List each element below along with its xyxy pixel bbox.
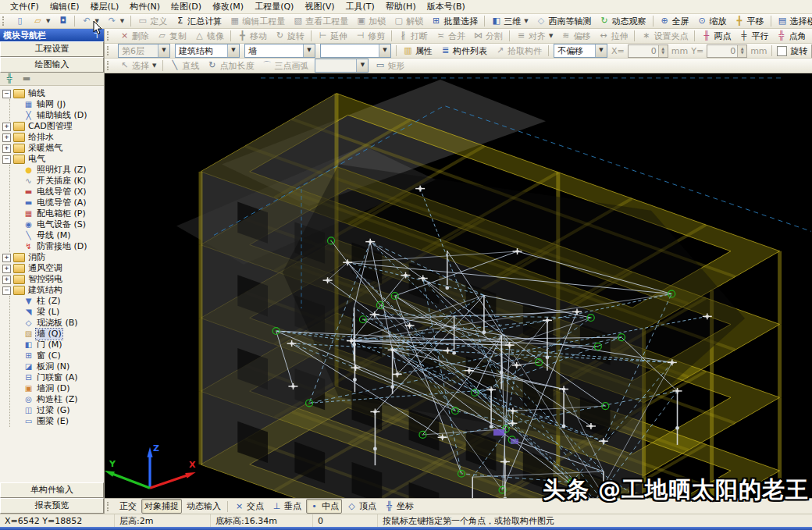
menu-item-9[interactable]: 帮助(H): [380, 0, 422, 13]
collapse-icon[interactable]: −: [2, 90, 11, 98]
chevron-down-icon[interactable]: ▼: [152, 62, 156, 69]
fullscreen-button[interactable]: ⊕全屏: [657, 14, 693, 29]
rotate-checkbox[interactable]: [777, 46, 787, 56]
offset-mode-select[interactable]: 不偏移▼: [554, 44, 607, 58]
tree-node[interactable]: ⊟门联窗 (A): [12, 372, 104, 383]
tree-node[interactable]: −轴线: [2, 88, 104, 99]
lock-button[interactable]: ▣加锁: [353, 14, 389, 29]
toolbar-grip[interactable]: [107, 31, 112, 41]
zoom-button[interactable]: ⊙缩放: [694, 14, 730, 29]
chevron-down-icon[interactable]: ▼: [120, 18, 124, 24]
menu-item-5[interactable]: 修改(M): [207, 0, 249, 13]
dynamic-input-button[interactable]: 动态输入: [183, 499, 224, 514]
tree-node[interactable]: ▼柱 (Z): [12, 296, 104, 307]
y-input[interactable]: 0▲▼: [707, 44, 747, 58]
collapse-icon[interactable]: −: [2, 155, 11, 164]
menu-item-8[interactable]: 工具(T): [340, 0, 380, 13]
intersection-button[interactable]: ×交点: [231, 499, 267, 514]
element-select[interactable]: 墙▼: [244, 44, 315, 58]
offset-button[interactable]: ≋偏移: [557, 29, 593, 44]
chevron-down-icon[interactable]: ▼: [227, 44, 239, 57]
tree-node[interactable]: ▬电线导管 (X): [12, 187, 104, 197]
open-file-button[interactable]: ▱▼: [30, 15, 53, 27]
tree-node[interactable]: −电气: [2, 154, 104, 165]
menu-item-1[interactable]: 编辑(E): [45, 0, 85, 13]
expand-icon[interactable]: +: [2, 254, 11, 262]
chevron-down-icon[interactable]: ▼: [356, 59, 368, 72]
tree-node[interactable]: ◧门 (M): [12, 340, 104, 350]
menu-item-2[interactable]: 楼层(L): [84, 0, 124, 13]
tree-node[interactable]: ◎构造柱 (Z): [12, 394, 104, 405]
chevron-down-icon[interactable]: ▼: [303, 44, 315, 57]
menu-item-7[interactable]: 视图(V): [299, 0, 340, 13]
extra-select[interactable]: ▼: [320, 44, 391, 58]
floor-select[interactable]: 第6层▼: [118, 44, 170, 58]
line-button[interactable]: ╲直线: [166, 59, 202, 73]
tree-node[interactable]: +采暖燃气: [2, 143, 104, 154]
new-file-button[interactable]: ▯: [12, 15, 28, 27]
tree-node[interactable]: ◇现浇板 (B): [12, 318, 104, 329]
define-button[interactable]: ▭定义: [134, 14, 170, 29]
tree-node[interactable]: +消防: [2, 252, 104, 263]
tree-node[interactable]: ╳辅助轴线 (D): [12, 110, 104, 121]
rect-button[interactable]: ▭矩形: [372, 59, 408, 73]
drawing-canvas[interactable]: ZXY: [105, 73, 812, 498]
panel-title-bar[interactable]: 模块导航栏 ⊤: [0, 29, 104, 41]
tree-node[interactable]: ◫过梁 (G): [12, 405, 104, 416]
project-settings-button[interactable]: 工程设置: [0, 41, 104, 57]
copy-button[interactable]: ▱复制: [154, 29, 190, 44]
object-snap-button[interactable]: 对象捕捉: [141, 499, 182, 514]
redo-button[interactable]: ↷▼: [104, 15, 127, 27]
chevron-down-icon[interactable]: ▼: [524, 18, 528, 24]
collapse-icon[interactable]: −: [2, 286, 11, 295]
expand-icon[interactable]: +: [2, 144, 11, 153]
break-button[interactable]: ∦打断: [395, 29, 431, 44]
menu-item-6[interactable]: 工程量(Q): [249, 0, 299, 13]
drawing-input-button[interactable]: 绘图输入: [0, 57, 104, 73]
tree-node[interactable]: ╲母线 (M): [12, 230, 104, 241]
coordinate-button[interactable]: ╬坐标: [381, 499, 417, 514]
tree-node[interactable]: +给排水: [2, 132, 104, 143]
expand-icon[interactable]: +: [2, 276, 11, 284]
chevron-down-icon[interactable]: ▼: [158, 44, 169, 57]
tree-node[interactable]: −建筑结构: [2, 285, 104, 296]
toolbar-grip[interactable]: [2, 16, 8, 26]
tree-node[interactable]: ↯防雷接地 (D): [12, 241, 104, 252]
chevron-down-icon[interactable]: ▼: [595, 44, 607, 57]
category-select[interactable]: 建筑结构▼: [175, 44, 240, 58]
expand-icon[interactable]: +: [2, 133, 11, 142]
extend-button[interactable]: ⊢延伸: [315, 29, 351, 44]
select-button[interactable]: ↖选择▼: [116, 59, 159, 73]
sw-isometric-button[interactable]: ◇西南等轴测: [533, 14, 595, 29]
merge-button[interactable]: ≍合并: [433, 29, 468, 44]
spinner-icon[interactable]: ▲▼: [737, 45, 746, 57]
point-angle-button[interactable]: ╬点角: [773, 29, 809, 44]
property-button[interactable]: ▥ 属性: [400, 44, 436, 59]
tree-node[interactable]: +智控弱电: [2, 274, 104, 285]
spinner-icon[interactable]: ▲▼: [658, 45, 668, 57]
tree-node[interactable]: ∿开关插座 (K): [12, 176, 104, 187]
save-button[interactable]: ◘: [55, 15, 71, 27]
mirror-button[interactable]: △镜像: [191, 29, 227, 44]
tree-node[interactable]: ●照明灯具 (Z): [12, 165, 104, 176]
ortho-button[interactable]: 正交: [116, 499, 140, 514]
trim-button[interactable]: ⊣修剪: [352, 29, 388, 44]
chevron-down-icon[interactable]: ▼: [379, 44, 390, 57]
point-length-button[interactable]: ↻点加长度: [204, 59, 257, 73]
pan-arrows-icon[interactable]: ╬: [4, 74, 15, 84]
menu-item-0[interactable]: 文件(F): [5, 0, 45, 13]
single-component-input-button[interactable]: 单构件输入: [0, 482, 104, 498]
perpendicular-button[interactable]: ⊥垂点: [269, 499, 304, 514]
chevron-down-icon[interactable]: ▼: [549, 33, 553, 39]
unlock-button[interactable]: ▢解锁: [390, 14, 426, 29]
orbit-button[interactable]: ↻动态观察: [597, 14, 650, 29]
expand-icon[interactable]: +: [2, 123, 11, 131]
grip-button[interactable]: ∗设置夹点: [638, 29, 691, 44]
tree-node[interactable]: ▣墙洞 (D): [12, 383, 104, 394]
pick-component-button[interactable]: ↗ 拾取构件: [492, 44, 545, 59]
menu-item-3[interactable]: 构件(N): [124, 0, 166, 13]
chevron-down-icon[interactable]: ▼: [46, 18, 50, 24]
tree-node[interactable]: ▬电缆导管 (A): [12, 197, 104, 208]
menu-item-4[interactable]: 绘图(D): [166, 0, 207, 13]
tree-node[interactable]: ◥梁 (L): [12, 307, 104, 318]
